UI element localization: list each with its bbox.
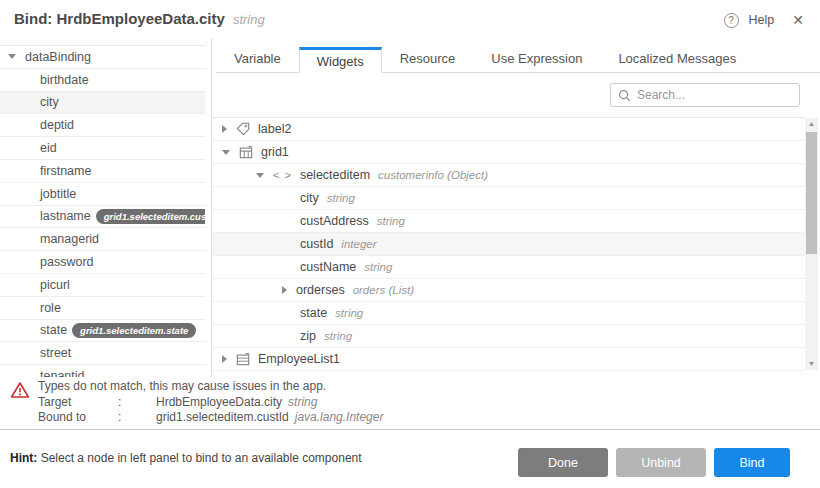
sidebar-item-street[interactable]: street <box>0 342 205 365</box>
header-actions: ? Help ✕ <box>724 0 804 40</box>
tree-node-type: string <box>327 192 355 204</box>
scroll-up-icon[interactable]: ▲ <box>805 118 818 130</box>
sidebar-item-city[interactable]: city <box>0 92 205 115</box>
sidebar-item-label: role <box>40 301 61 315</box>
tree-node-type: string <box>377 215 405 227</box>
warning-row-colon: : <box>118 395 156 411</box>
sidebar-item-tenantid[interactable]: tenantid <box>0 365 205 377</box>
sidebar-item-picurl[interactable]: picurl <box>0 274 205 297</box>
tree-node-type: orders (List) <box>353 284 414 296</box>
tree-scrollbar[interactable]: ▲ ▼ <box>805 118 818 370</box>
tree-node-zip[interactable]: zipstring <box>212 325 805 348</box>
collapse-arrow-icon[interactable] <box>222 150 230 155</box>
search-input[interactable] <box>637 88 792 102</box>
tree-node-custAddress[interactable]: custAddressstring <box>212 210 805 233</box>
tree-node-state[interactable]: statestring <box>212 302 805 325</box>
scroll-down-icon[interactable]: ▼ <box>805 358 818 370</box>
hint-body: Select a node in left panel to bind to a… <box>37 451 361 465</box>
help-icon[interactable]: ? <box>724 13 739 28</box>
sidebar-item-state[interactable]: stategrid1.selecteditem.state <box>0 320 205 343</box>
tab-variable[interactable]: Variable <box>216 46 299 72</box>
tree-node-type: string <box>324 330 352 342</box>
tree-node-custName[interactable]: custNamestring <box>212 256 805 279</box>
tab-use-expression[interactable]: Use Expression <box>473 46 600 72</box>
search-icon <box>618 89 631 102</box>
bind-button[interactable]: Bind <box>714 448 790 477</box>
close-icon[interactable]: ✕ <box>792 12 804 28</box>
tree-node-type: integer <box>341 238 376 250</box>
warning-triangle-icon <box>10 381 30 403</box>
binding-badge: grid1.selecteditem.state <box>72 323 196 338</box>
sidebar-item-label: birthdate <box>40 73 89 87</box>
unbind-button[interactable]: Unbind <box>616 448 706 477</box>
hint-text: Hint: Select a node in left panel to bin… <box>10 451 362 465</box>
tab-widgets[interactable]: Widgets <box>299 47 382 73</box>
sidebar-item-role[interactable]: role <box>0 297 205 320</box>
tree-node-custId[interactable]: custIdinteger <box>212 233 805 256</box>
tree-node-label: EmployeeList1 <box>258 352 340 366</box>
dialog-title-text: Bind: HrdbEmployeeData.city <box>14 10 225 27</box>
expand-arrow-icon[interactable] <box>222 125 227 133</box>
code-icon: < > <box>273 169 292 181</box>
warning-row-colon: : <box>118 410 156 426</box>
collapse-arrow-icon[interactable] <box>256 173 264 178</box>
tree-node-label: orderses <box>296 283 345 297</box>
tab-resource[interactable]: Resource <box>382 46 474 72</box>
tree-node-label: custName <box>300 260 356 274</box>
sidebar-item-label: picurl <box>40 278 70 292</box>
sidebar-item-label: jobtitle <box>40 187 76 201</box>
tab-localized-messages[interactable]: Localized Messages <box>600 46 754 72</box>
sidebar-item-label: managerid <box>40 232 99 246</box>
search-box[interactable] <box>610 83 800 107</box>
help-link[interactable]: Help <box>749 13 775 27</box>
sidebar-item-firstname[interactable]: firstname <box>0 160 205 183</box>
warning-row-label: Bound to <box>38 410 118 426</box>
dialog-title-type: string <box>233 12 265 27</box>
warning-row-value: HrdbEmployeeData.city <box>156 395 282 409</box>
sidebar-item-jobtitle[interactable]: jobtitle <box>0 183 205 206</box>
tree-node-label: selecteditem <box>300 168 370 182</box>
tree-node-label2[interactable]: label2 <box>212 118 805 141</box>
sidebar-item-birthdate[interactable]: birthdate <box>0 69 205 92</box>
tree-node-label: zip <box>300 329 316 343</box>
warning-row-type: string <box>288 395 317 409</box>
sidebar-item-label: state <box>40 323 67 337</box>
sidebar-item-label: city <box>40 95 59 109</box>
expand-arrow-icon[interactable] <box>222 355 227 363</box>
tree-node-label: custAddress <box>300 214 369 228</box>
warning-text-block: Types do not match, this may cause issue… <box>38 379 383 426</box>
tree-node-city[interactable]: citystring <box>212 187 805 210</box>
tree-node-selecteditem[interactable]: < >selecteditemcustomerinfo (Object) <box>212 164 805 187</box>
sidebar-item-deptid[interactable]: deptid <box>0 114 205 137</box>
sidebar-item-lastname[interactable]: lastnamegrid1.selecteditem.custName <box>0 206 205 229</box>
sidebar-item-password[interactable]: password <box>0 251 205 274</box>
tree-node-grid1[interactable]: grid1 <box>212 141 805 164</box>
sidebar-item-label: password <box>40 255 94 269</box>
warning-row: Target:HrdbEmployeeData.citystring <box>38 395 383 411</box>
dialog-header: Bind: HrdbEmployeeData.citystring ? Help… <box>0 0 820 40</box>
scrollbar-thumb[interactable] <box>806 132 817 254</box>
tree-node-type: string <box>364 261 392 273</box>
collapse-arrow-icon[interactable] <box>8 54 16 59</box>
list-icon <box>236 352 250 366</box>
binding-sidebar: dataBinding birthdatecitydeptideidfirstn… <box>0 45 205 377</box>
bind-tabs: VariableWidgetsResourceUse ExpressionLoc… <box>216 44 820 73</box>
binding-badge: grid1.selecteditem.custName <box>96 209 205 224</box>
tree-node-label: label2 <box>258 122 291 136</box>
sidebar-root-label: dataBinding <box>25 50 91 64</box>
widgets-tree: label2grid1< >selecteditemcustomerinfo (… <box>212 117 805 371</box>
warning-row-value: grid1.selecteditem.custId <box>156 410 289 424</box>
tag-icon <box>236 122 250 136</box>
tree-node-orderses[interactable]: ordersesorders (List) <box>212 279 805 302</box>
expand-arrow-icon[interactable] <box>282 286 287 294</box>
sidebar-item-label: lastname <box>40 209 91 223</box>
warning-row-label: Target <box>38 395 118 411</box>
sidebar-item-managerid[interactable]: managerid <box>0 228 205 251</box>
bind-dialog: Bind: HrdbEmployeeData.citystring ? Help… <box>0 0 820 488</box>
sidebar-item-eid[interactable]: eid <box>0 137 205 160</box>
tree-node-label: city <box>300 191 319 205</box>
dialog-title: Bind: HrdbEmployeeData.citystring <box>14 10 265 27</box>
sidebar-item-databinding[interactable]: dataBinding <box>0 46 205 69</box>
tree-node-EmployeeList1[interactable]: EmployeeList1 <box>212 348 805 371</box>
done-button[interactable]: Done <box>518 448 608 477</box>
